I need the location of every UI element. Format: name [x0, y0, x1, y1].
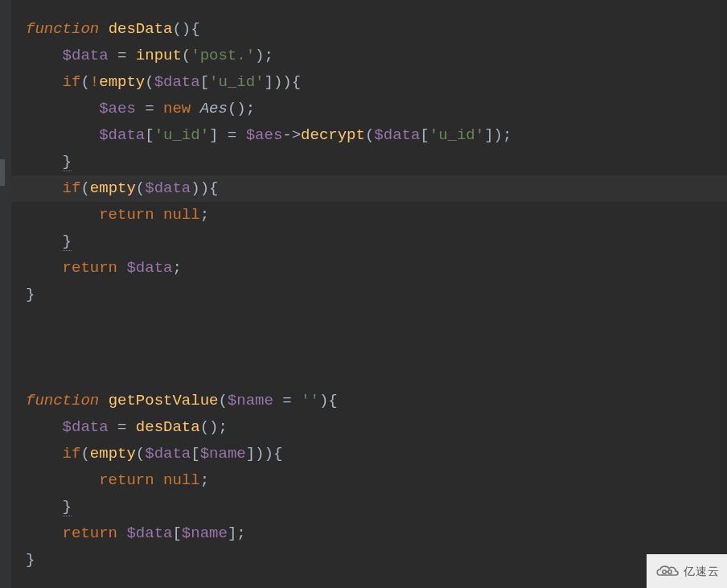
code-token: return [99, 471, 154, 489]
code-token: ( [136, 179, 145, 197]
code-token: $data [145, 179, 191, 197]
code-token: if [63, 179, 81, 197]
code-token [117, 524, 126, 542]
code-line[interactable]: } [26, 153, 72, 171]
code-token: ; [200, 471, 209, 489]
code-token: $data [145, 445, 191, 463]
svg-point-1 [667, 570, 671, 574]
code-token [26, 153, 63, 171]
code-token: = [109, 47, 136, 64]
code-token: ; [172, 259, 181, 277]
code-token: Aes [200, 100, 228, 117]
code-line[interactable]: $aes = new Aes(); [26, 100, 255, 117]
cloud-logo-icon [655, 564, 680, 578]
code-token [26, 524, 63, 542]
watermark: 亿速云 [647, 554, 727, 588]
code-token [26, 100, 99, 117]
code-line[interactable]: return $data[$name]; [26, 524, 246, 542]
code-token: ( [80, 73, 89, 91]
watermark-text: 亿速云 [684, 558, 720, 585]
code-token: [ [200, 73, 209, 91]
code-line[interactable]: $data['u_id'] = $aes->decrypt($data['u_i… [26, 126, 511, 144]
code-token: } [63, 153, 72, 171]
code-token: function [26, 392, 99, 409]
code-token [26, 232, 63, 250]
code-content[interactable]: function desData(){ $data = input('post.… [11, 0, 727, 574]
code-line[interactable]: } [26, 551, 35, 569]
code-token: } [26, 286, 35, 303]
code-token: [ [191, 445, 199, 463]
editor-gutter [0, 0, 11, 588]
code-token [26, 206, 99, 224]
code-token [26, 179, 63, 197]
code-token: return [63, 259, 117, 277]
gutter-current-line-marker [0, 159, 5, 186]
code-token: (){ [172, 20, 199, 38]
code-token: $name [182, 524, 228, 542]
code-editor[interactable]: function desData(){ $data = input('post.… [11, 0, 727, 588]
code-token [99, 392, 108, 409]
code-token: $data [99, 126, 145, 144]
code-token: $data [63, 47, 109, 64]
code-token: 'post.' [191, 47, 255, 64]
code-token: ]); [484, 126, 511, 144]
code-token: ; [200, 206, 209, 224]
code-line[interactable]: return null; [26, 206, 209, 224]
code-token: -> [282, 126, 301, 144]
code-token: (); [200, 418, 228, 436]
code-line[interactable]: if(empty($data)){ [26, 179, 218, 197]
code-token: ])){ [246, 445, 283, 463]
code-token [191, 100, 199, 117]
code-token: $data [126, 259, 172, 277]
code-token [26, 73, 63, 91]
code-line[interactable]: if(empty($data[$name])){ [26, 445, 282, 463]
code-token: $data [374, 126, 420, 144]
code-token: [ [420, 126, 429, 144]
code-token: } [63, 498, 72, 516]
code-line[interactable]: function getPostValue($name = ''){ [26, 392, 338, 409]
code-token: desData [136, 418, 200, 436]
code-token [26, 418, 63, 436]
code-token: [ [145, 126, 154, 144]
code-token: 'u_id' [154, 126, 209, 144]
code-token: empty [90, 179, 136, 197]
code-token: empty [99, 73, 145, 91]
code-token: 'u_id' [429, 126, 484, 144]
code-line[interactable]: if(!empty($data['u_id'])){ [26, 73, 301, 91]
code-line[interactable]: $data = desData(); [26, 418, 228, 436]
code-token [26, 47, 63, 64]
code-token: ! [90, 73, 99, 91]
code-line[interactable]: $data = input('post.'); [26, 47, 273, 64]
code-token: if [63, 73, 81, 91]
code-token: $name [228, 392, 273, 409]
code-token: return [63, 524, 117, 542]
code-token: $aes [246, 126, 283, 144]
code-token [26, 126, 99, 144]
code-token: getPostValue [109, 392, 219, 409]
code-token: input [136, 47, 182, 64]
code-line[interactable]: return null; [26, 471, 209, 489]
code-token: $data [63, 418, 109, 436]
code-token: new [163, 100, 191, 117]
code-line[interactable]: } [26, 232, 72, 251]
code-line[interactable]: return $data; [26, 259, 182, 277]
code-token: ] = [209, 126, 246, 144]
code-token: } [26, 551, 35, 569]
code-token: ]; [228, 524, 246, 542]
code-token: ])){ [265, 73, 302, 91]
code-token: ( [80, 179, 89, 197]
code-token: ( [80, 445, 89, 463]
code-line[interactable]: } [26, 498, 72, 516]
code-token: = [109, 418, 136, 436]
code-token [99, 20, 108, 38]
code-token: $data [126, 524, 172, 542]
code-line[interactable]: } [26, 286, 35, 303]
code-token: ( [182, 47, 191, 64]
code-line[interactable]: function desData(){ [26, 20, 200, 38]
code-token: (); [228, 100, 255, 117]
code-token [154, 206, 163, 224]
code-token: ); [255, 47, 273, 64]
code-token: '' [301, 392, 319, 409]
code-token: ){ [319, 392, 338, 409]
code-token: $name [200, 445, 246, 463]
